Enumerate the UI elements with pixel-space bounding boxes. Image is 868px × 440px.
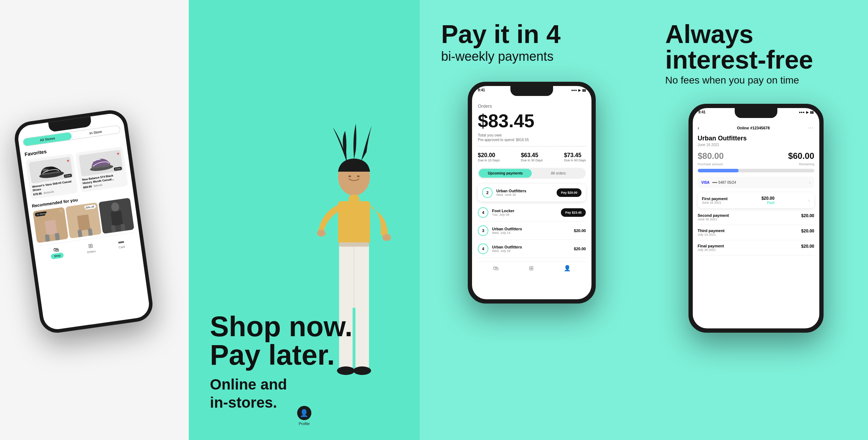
headline-always: Always interest-free (665, 21, 813, 73)
order-num-3: 3 (478, 225, 488, 236)
heart-icon-2[interactable]: ♥ (117, 151, 120, 156)
order-info-1: Urban Outfitters Wed, June 30 (496, 189, 553, 197)
headline-pay-4: Pay it in 4 (441, 21, 561, 47)
card-chevron: › (809, 179, 811, 185)
pay-button-2[interactable]: Pay $23.45 (561, 208, 586, 217)
payment-amt-2: $20.00 (801, 213, 814, 221)
payment-amt-3: $20.00 (801, 229, 814, 236)
svg-rect-21 (349, 195, 359, 205)
payment-col-2: $63.45 Due in 30 Days (521, 152, 543, 162)
nav3-orders[interactable]: ⊞ (529, 265, 534, 272)
order-item-2[interactable]: 4 Foot Locker Tue, July 06 Pay $23.45 (478, 204, 586, 222)
svg-rect-7 (55, 233, 60, 240)
svg-point-12 (111, 202, 119, 212)
tab-all-stores[interactable]: All Stores (23, 132, 73, 146)
remaining-amount: $60.00 (788, 151, 814, 161)
payment-item-3[interactable]: Third payment July 14 2021 $20.00 (698, 225, 814, 240)
product-card-1[interactable]: ♥ DSW Women's Vans Sk8-Hi Casual Shoes $… (26, 154, 78, 200)
payment-item-2[interactable]: Second payment June 30 2021 $20.00 (698, 210, 814, 225)
nav3-profile[interactable]: 👤 (564, 265, 571, 272)
svg-point-8 (78, 206, 87, 216)
nav-card[interactable]: ▬ Card (118, 238, 125, 249)
remaining-amount-col: $60.00 (788, 151, 814, 161)
total-amount: $83.45 (478, 110, 586, 132)
pay-button-1[interactable]: Pay $20.00 (557, 188, 582, 197)
svg-rect-15 (120, 224, 125, 232)
visa-logo: VISA (701, 181, 709, 184)
tab-upcoming[interactable]: Upcoming payments (479, 169, 532, 178)
svg-rect-6 (45, 234, 50, 242)
svg-rect-30 (339, 242, 369, 247)
order-item-3[interactable]: 3 Urban Outfitters Wed, July 14 $20.00 (478, 222, 586, 240)
payment-item-1-highlight[interactable]: First payment June 16 2021 $20.00 Paid › (698, 192, 814, 208)
order-header: ‹ Online #12345678 ··· (698, 125, 814, 131)
reco-item-3[interactable] (98, 198, 134, 234)
nav3-shop[interactable]: 🛍 (493, 265, 499, 272)
dsw-badge-1: DSW (64, 174, 72, 178)
heart-icon-1[interactable]: ♥ (66, 158, 70, 163)
payment-status-1: $20.00 Paid (761, 196, 775, 205)
order-info-3: Urban Outfitters Wed, July 14 (492, 227, 570, 235)
phone-mockup-4: 9:41 ●●●▶▮▮ ‹ Online #12345678 ··· Urban… (688, 104, 831, 333)
payment-amt-4: $20.00 (801, 244, 814, 252)
order-amount-3: $20.00 (574, 229, 586, 233)
status-icons-3: ●●●▶▮▮ (571, 88, 586, 92)
orders-label: Orders (478, 103, 586, 109)
subtext-no-fees: No fees when you pay on time (665, 75, 813, 86)
card-number: •••• 5487 05/24 (712, 181, 806, 184)
order-num-4: 4 (478, 243, 488, 254)
payment-info-3: Third payment July 14 2021 (698, 229, 725, 236)
pre-approved: Pre-approved to spend: $916.55 (478, 138, 586, 146)
back-button[interactable]: ‹ (698, 125, 700, 131)
payment-item-4[interactable]: Final payment July 28 2021 $20.00 (698, 240, 814, 256)
order-info-4: Urban Outfitters Wed, July 28 (492, 245, 570, 253)
amount-labels: Purchase amount Remaining (698, 162, 814, 169)
svg-point-29 (353, 366, 371, 375)
card-row[interactable]: VISA •••• 5487 05/24 › (698, 177, 814, 188)
progress-fill (698, 169, 739, 172)
order-item-highlighted[interactable]: 2 Urban Outfitters Wed, June 30 Pay $20.… (478, 184, 586, 202)
purchase-amount-col: $80.00 (698, 151, 724, 161)
product-card-2[interactable]: ♥ DSW New Balance 574 Black History Mont… (76, 146, 128, 193)
purchase-date: June 16 2021 (698, 143, 814, 147)
more-button[interactable]: ··· (807, 125, 814, 131)
status-time-4: 9:41 (698, 110, 706, 114)
svg-rect-13 (111, 210, 123, 226)
panel-marketing: Shop now. Pay later. Online and in-store… (189, 0, 420, 440)
svg-rect-20 (338, 201, 370, 244)
status-icons-4: ●●●▶▮▮ (799, 111, 813, 114)
phone-notch-4 (735, 108, 777, 118)
svg-point-23 (382, 234, 391, 241)
phone-notch-3 (510, 86, 553, 96)
payment-amounts: $20.00 Due in 15 Days $63.45 Due in 30 D… (478, 152, 586, 162)
order-num-2: 4 (478, 207, 488, 218)
nav-shop[interactable]: 🛍 Shop (50, 246, 64, 259)
phone-mockup-3: 9:41 ●●●▶▮▮ Orders $83.45 Total you owe … (468, 82, 603, 304)
order-item-4[interactable]: 4 Urban Outfitters Wed, July 28 $20.00 (478, 240, 586, 258)
tab-all-orders[interactable]: All orders (532, 169, 585, 178)
phone-mockup-1: All Stores In-Store Favorites (12, 107, 162, 335)
svg-rect-14 (111, 225, 116, 233)
reco-item-2[interactable]: 30% off (66, 203, 102, 239)
order-num-1: 2 (482, 187, 493, 198)
svg-rect-9 (77, 214, 91, 231)
order-tabs[interactable]: Upcoming payments All orders (478, 168, 586, 179)
svg-point-22 (317, 230, 326, 237)
merchant-name: Urban Outfitters (698, 135, 814, 142)
order-amount-4: $20.00 (574, 247, 586, 251)
card-icon: ▬ (118, 238, 124, 245)
nav-orders[interactable]: ⊞ Orders (86, 242, 96, 254)
headline-shop-now: Shop now. Pay later. (210, 312, 353, 369)
orders-icon-3: ⊞ (529, 265, 534, 272)
product-image-2: ♥ DSW (79, 150, 123, 177)
amount-row: $80.00 $60.00 (698, 151, 814, 161)
order-id: Online #12345678 (737, 126, 770, 130)
panel-pay-in-4: Pay it in 4 bi-weekly payments 9:41 ●●●▶… (420, 0, 644, 440)
svg-rect-10 (78, 230, 83, 238)
svg-rect-27 (355, 298, 369, 369)
dsw-badge-2: DSW (114, 167, 122, 171)
progress-bar (698, 169, 814, 172)
payment-col-1: $20.00 Due in 15 Days (478, 152, 500, 162)
remaining-label: Remaining (799, 162, 814, 166)
reco-item-1[interactable]: In-Store ♡ (33, 207, 69, 243)
